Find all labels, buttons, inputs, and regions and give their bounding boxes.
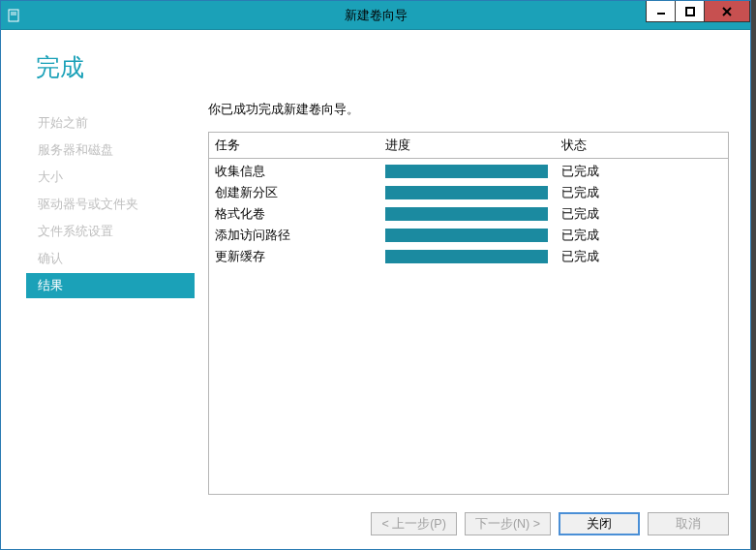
status-cell: 已完成 [561,206,722,223]
wizard-window: 新建卷向导 完成 开始之前 服务器和磁盘 大小 驱动器号或文件夹 文件系统设置 … [0,0,751,550]
col-header-task: 任务 [215,137,385,154]
progress-bar [385,165,548,178]
minimize-button[interactable] [646,1,675,22]
progress-bar [385,250,548,263]
progress-cell [385,207,561,221]
window-title: 新建卷向导 [1,7,750,24]
progress-cell [385,165,561,178]
content-area: 开始之前 服务器和磁盘 大小 驱动器号或文件夹 文件系统设置 确认 结果 你已成… [1,101,750,503]
nav-confirm: 确认 [32,246,195,271]
progress-bar [385,229,548,242]
progress-cell [385,229,561,242]
next-button: 下一步(N) > [465,512,551,535]
cancel-button: 取消 [648,512,729,535]
table-row: 收集信息 已完成 [215,161,722,182]
task-cell: 更新缓存 [215,249,385,265]
progress-bar [385,186,548,199]
page-heading: 完成 [1,30,750,101]
progress-cell [385,250,561,263]
window-body: 完成 开始之前 服务器和磁盘 大小 驱动器号或文件夹 文件系统设置 确认 结果 … [1,30,750,549]
window-controls [646,1,750,22]
status-cell: 已完成 [561,228,722,244]
nav-result[interactable]: 结果 [26,273,195,298]
progress-cell [385,186,561,199]
table-row: 创建新分区 已完成 [215,182,722,203]
nav-drive-letter: 驱动器号或文件夹 [32,192,195,217]
status-cell: 已完成 [561,164,722,180]
svg-rect-0 [9,10,18,21]
button-bar: < 上一步(P) 下一步(N) > 关闭 取消 [1,503,750,549]
maximize-button[interactable] [675,1,704,22]
task-cell: 添加访问路径 [215,228,385,244]
close-button[interactable] [704,1,750,22]
prev-button: < 上一步(P) [371,512,456,535]
table-header: 任务 进度 状态 [209,133,728,159]
right-edge-sliver [751,0,756,550]
col-header-status: 状态 [561,137,722,154]
wizard-sidebar: 开始之前 服务器和磁盘 大小 驱动器号或文件夹 文件系统设置 确认 结果 [1,101,195,495]
svg-rect-4 [686,8,694,15]
task-cell: 收集信息 [215,164,385,180]
col-header-progress: 进度 [385,137,561,154]
nav-filesystem: 文件系统设置 [32,219,195,244]
table-body: 收集信息 已完成 创建新分区 已完成 格式化卷 已完成 [209,159,728,269]
status-cell: 已完成 [561,185,722,201]
titlebar: 新建卷向导 [1,1,750,30]
nav-before-start: 开始之前 [32,110,195,136]
nav-size: 大小 [32,165,195,190]
status-cell: 已完成 [561,249,722,265]
nav-server-disk: 服务器和磁盘 [32,138,195,163]
table-row: 更新缓存 已完成 [215,246,722,267]
main-panel: 你已成功完成新建卷向导。 任务 进度 状态 收集信息 已完成 [195,101,750,495]
summary-text: 你已成功完成新建卷向导。 [208,101,729,118]
task-cell: 创建新分区 [215,185,385,201]
progress-bar [385,207,548,221]
task-cell: 格式化卷 [215,206,385,223]
results-table: 任务 进度 状态 收集信息 已完成 创建新分区 已完成 [208,132,729,495]
close-wizard-button[interactable]: 关闭 [559,512,640,535]
table-row: 格式化卷 已完成 [215,203,722,225]
table-row: 添加访问路径 已完成 [215,225,722,246]
app-icon [1,3,26,28]
